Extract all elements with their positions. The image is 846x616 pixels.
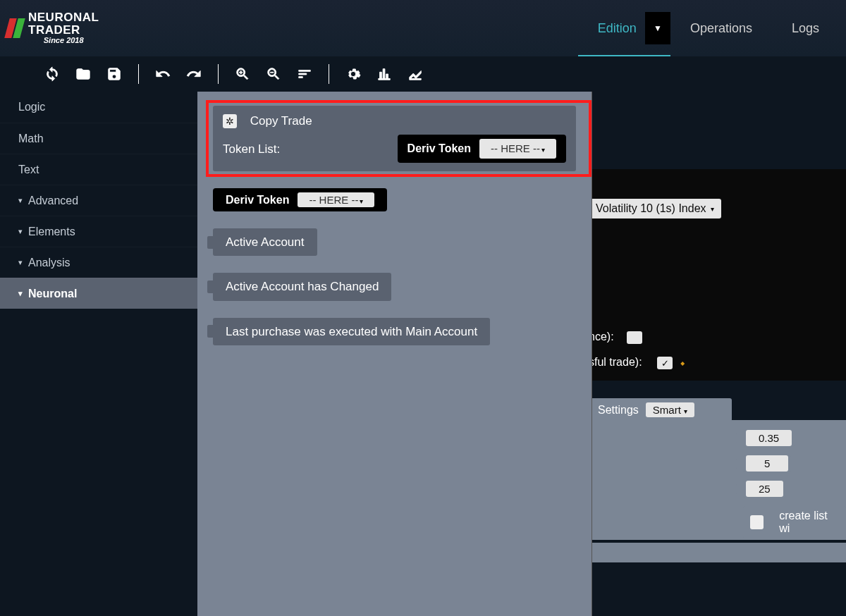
sidebar-item-math[interactable]: Math	[0, 123, 197, 154]
settings-icon[interactable]	[343, 66, 363, 82]
block-create-list[interactable]: ✲ create list wi	[743, 506, 846, 538]
workspace-canvas[interactable]: › ✲ Copy Trade Token List: Deriv Token	[197, 92, 846, 616]
sort-icon[interactable]	[295, 66, 314, 82]
block-deriv-token[interactable]: Deriv Token -- HERE --▾	[213, 188, 576, 211]
zoom-in-icon[interactable]	[233, 66, 252, 82]
open-folder-icon[interactable]	[73, 66, 93, 82]
checkbox-1[interactable]	[627, 331, 642, 344]
block-bottom-strip[interactable]	[589, 543, 846, 562]
copy-trade-title: Copy Trade	[250, 114, 312, 128]
frag-sful: sful trade):	[589, 356, 642, 369]
block-active-account[interactable]: Active Account	[213, 228, 576, 256]
logo-since: Since 2018	[28, 37, 99, 45]
block-active-account-changed[interactable]: Active Account has Changed	[213, 273, 576, 300]
line-chart-icon[interactable]	[405, 66, 425, 82]
main-nav: Edition ▼ Operations Logs	[578, 0, 839, 56]
block-copy-trade[interactable]: ✲ Copy Trade Token List: Deriv Token -- …	[213, 106, 576, 171]
here-field-2[interactable]: -- HERE --▾	[298, 192, 374, 207]
reset-icon[interactable]	[42, 66, 62, 82]
nav-logs[interactable]: Logs	[772, 0, 839, 56]
block-settings[interactable]: Settings Smart ▾	[588, 398, 732, 421]
frag-nce: nce):	[589, 331, 614, 343]
number-chip-3[interactable]: 25	[743, 481, 786, 498]
app-header: NEURONAL TRADER Since 2018 Binary Tools …	[0, 0, 846, 56]
token-list-label: Token List:	[223, 140, 280, 159]
deriv-token-chip[interactable]: Deriv Token -- HERE --▾	[398, 135, 566, 163]
nav-operations[interactable]: Operations	[670, 0, 772, 56]
logo-text: NEURONAL TRADER Since 2018	[28, 11, 99, 44]
checkbox-2[interactable]: ✓	[657, 357, 673, 369]
gear-icon[interactable]: ✲	[223, 114, 237, 128]
sidebar-item-neuronal[interactable]: Neuronal	[0, 278, 197, 309]
sidebar-item-text[interactable]: Text	[0, 154, 197, 185]
sidebar-item-advanced[interactable]: Advanced	[0, 185, 197, 216]
logo-line2: TRADER	[28, 24, 99, 37]
number-chip-2[interactable]: 5	[743, 455, 791, 472]
volatility-select[interactable]: Volatility 10 (1s) Index▾	[589, 199, 721, 218]
number-chip-1[interactable]: 0.35	[743, 430, 795, 447]
gear-icon-2[interactable]: ✲	[750, 515, 764, 529]
sidebar-item-logic[interactable]: Logic	[0, 92, 197, 123]
smart-select[interactable]: Smart ▾	[646, 402, 694, 417]
sidebar-item-analysis[interactable]: Analysis	[0, 247, 197, 278]
main-area: Logic Math Text Advanced Elements Analys…	[0, 92, 846, 616]
sidebar-item-elements[interactable]: Elements	[0, 216, 197, 247]
bar-chart-icon[interactable]	[374, 66, 394, 82]
blocks-sidebar: Logic Math Text Advanced Elements Analys…	[0, 92, 197, 616]
here-field[interactable]: -- HERE --▾	[479, 139, 556, 159]
nav-edition[interactable]: Edition ▼	[578, 0, 670, 56]
zoom-out-icon[interactable]	[264, 66, 283, 82]
block-last-purchase-main[interactable]: Last purchase was executed with Main Acc…	[213, 318, 576, 345]
chevron-down-icon[interactable]: ▼	[645, 12, 670, 44]
logo-line1: NEURONAL	[28, 11, 99, 24]
block-flyout: ✲ Copy Trade Token List: Deriv Token -- …	[197, 92, 592, 616]
logo: NEURONAL TRADER Since 2018	[7, 11, 113, 44]
logo-icon	[7, 18, 23, 38]
warning-icon: ⬥	[680, 357, 685, 368]
